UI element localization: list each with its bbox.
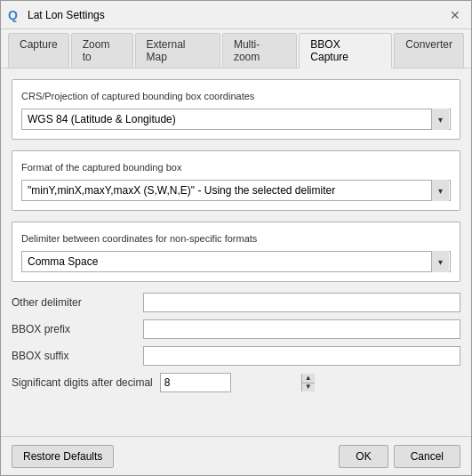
crs-select[interactable]: WGS 84 (Latitude & Longitude): [21, 109, 451, 130]
main-body: CRS/Projection of captured bounding box …: [1, 69, 471, 436]
footer: Restore Defaults OK Cancel: [1, 436, 471, 475]
bbox-suffix-input[interactable]: [143, 346, 460, 366]
sig-digits-row: Significant digits after decimal ▲ ▼: [12, 373, 460, 392]
crs-section: CRS/Projection of captured bounding box …: [12, 79, 460, 140]
bbox-prefix-input[interactable]: [143, 319, 460, 339]
window-title: Lat Lon Settings: [28, 9, 105, 21]
tab-bbox-capture[interactable]: BBOX Capture: [299, 33, 392, 69]
scrollable-content: CRS/Projection of captured bounding box …: [1, 69, 471, 436]
close-button[interactable]: ✕: [446, 6, 464, 24]
spinbox-up-button[interactable]: ▲: [302, 374, 315, 383]
app-icon: Q: [8, 8, 22, 22]
format-section-label: Format of the captured bounding box: [21, 162, 451, 173]
bbox-suffix-row: BBOX suffix: [12, 346, 460, 366]
sig-digits-input[interactable]: [161, 374, 301, 391]
bbox-suffix-label: BBOX suffix: [12, 350, 136, 362]
tab-capture[interactable]: Capture: [8, 33, 69, 68]
restore-defaults-button[interactable]: Restore Defaults: [12, 445, 114, 468]
main-window: Q Lat Lon Settings ✕ Capture Zoom to Ext…: [0, 0, 472, 476]
crs-select-wrapper: WGS 84 (Latitude & Longitude) ▾: [21, 109, 451, 130]
tab-external-map[interactable]: External Map: [135, 33, 220, 68]
tab-multi-zoom[interactable]: Multi-zoom: [222, 33, 297, 68]
delimiter-select[interactable]: Comma Space: [21, 251, 451, 272]
format-section: Format of the captured bounding box "min…: [12, 150, 460, 211]
sig-digits-label: Significant digits after decimal: [12, 376, 153, 389]
footer-right: OK Cancel: [339, 445, 460, 468]
bbox-prefix-label: BBOX prefix: [12, 323, 136, 335]
cancel-button[interactable]: Cancel: [394, 445, 460, 468]
spinbox-down-button[interactable]: ▼: [302, 383, 315, 392]
format-select-wrapper: "minY,minX,maxY,maxX (S,W,N,E)" - Using …: [21, 180, 451, 201]
tab-converter[interactable]: Converter: [394, 33, 464, 68]
ok-button[interactable]: OK: [339, 445, 388, 468]
title-bar: Q Lat Lon Settings ✕: [1, 1, 471, 29]
tabs-bar: Capture Zoom to External Map Multi-zoom …: [1, 29, 471, 69]
tab-zoom-to[interactable]: Zoom to: [71, 33, 133, 68]
other-delimiter-label: Other delimiter: [12, 296, 136, 309]
sig-digits-spinbox: ▲ ▼: [160, 373, 231, 392]
delimiter-section: Delimiter between coordinates for non-sp…: [12, 222, 460, 282]
delimiter-section-label: Delimiter between coordinates for non-sp…: [21, 233, 451, 244]
other-delimiter-row: Other delimiter: [12, 293, 460, 312]
other-delimiter-input[interactable]: [143, 293, 460, 312]
crs-section-label: CRS/Projection of captured bounding box …: [21, 91, 451, 101]
spinbox-buttons: ▲ ▼: [301, 374, 315, 391]
delimiter-select-wrapper: Comma Space ▾: [21, 251, 451, 272]
bbox-prefix-row: BBOX prefix: [12, 319, 460, 339]
format-select[interactable]: "minY,minX,maxY,maxX (S,W,N,E)" - Using …: [21, 180, 451, 201]
